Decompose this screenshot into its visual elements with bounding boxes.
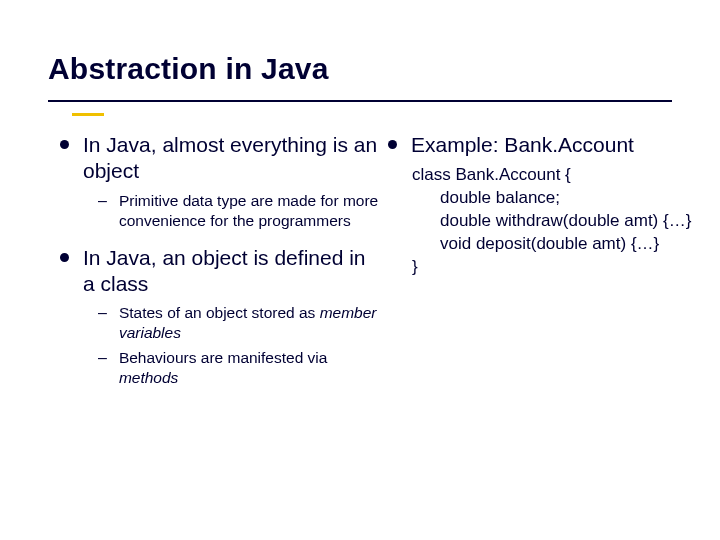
bullet-item: Example: Bank.Account [388, 132, 691, 158]
slide-title: Abstraction in Java [48, 52, 672, 86]
code-line: double balance; [440, 187, 691, 210]
bullet-dot-icon [388, 140, 397, 149]
code-line: double withdraw(double amt) {…} [440, 210, 691, 233]
accent-bar [72, 113, 104, 116]
sub-bullet-text: States of an object stored as member var… [119, 303, 380, 343]
title-region: Abstraction in Java [0, 0, 720, 102]
code-line: void deposit(double amt) {…} [440, 233, 691, 256]
right-column: Example: Bank.Account class Bank.Account… [388, 132, 691, 392]
sub-bullet-text-part: States of an object stored as [119, 304, 320, 321]
sub-bullet-item: – States of an object stored as member v… [98, 303, 380, 343]
left-column: In Java, almost everything is an object … [60, 132, 380, 392]
sub-bullet-item: – Behaviours are manifested via methods [98, 348, 380, 388]
bullet-text: Example: Bank.Account [411, 132, 634, 158]
dash-icon: – [98, 303, 107, 324]
bullet-item: In Java, an object is defined in a class [60, 245, 380, 298]
dash-icon: – [98, 191, 107, 212]
dash-icon: – [98, 348, 107, 369]
italic-term: methods [119, 369, 178, 386]
sub-bullet-text-part: Behaviours are manifested via [119, 349, 328, 366]
bullet-dot-icon [60, 253, 69, 262]
sub-bullet-text: Behaviours are manifested via methods [119, 348, 380, 388]
bullet-text: In Java, an object is defined in a class [83, 245, 380, 298]
content-area: In Java, almost everything is an object … [0, 102, 720, 392]
bullet-item: In Java, almost everything is an object [60, 132, 380, 185]
sub-bullet-item: – Primitive data type are made for more … [98, 191, 380, 231]
code-line: class Bank.Account { [412, 164, 691, 187]
bullet-dot-icon [60, 140, 69, 149]
bullet-text: In Java, almost everything is an object [83, 132, 380, 185]
sub-bullet-text: Primitive data type are made for more co… [119, 191, 380, 231]
code-example: class Bank.Account { double balance; dou… [412, 164, 691, 279]
code-line: } [412, 256, 691, 279]
